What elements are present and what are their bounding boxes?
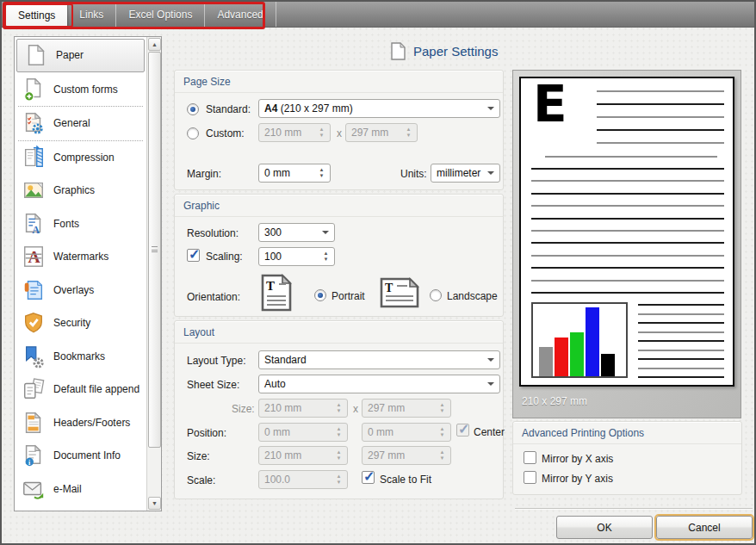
custom-height-value: 297 mm: [351, 127, 388, 139]
scaling-checkbox[interactable]: [187, 249, 200, 262]
custom-width-input: 210 mm ▲▼: [258, 123, 331, 142]
spinner-buttons: ▲▼: [333, 402, 347, 414]
sidebar-item-email[interactable]: e-Mail: [15, 473, 146, 506]
position-y-input: 0 mm ▲▼: [362, 423, 451, 442]
tab-links[interactable]: Links: [67, 2, 116, 27]
sidebar-item-overlays[interactable]: Overlays: [15, 274, 146, 307]
chevron-down-icon: [487, 171, 494, 175]
graphic-group: Graphic Resolution: 300 Scaling: 100 ▲▼ …: [174, 194, 504, 317]
sheet-width-value: 210 mm: [264, 402, 301, 414]
sidebar-item-security[interactable]: Security: [15, 307, 146, 340]
chevron-down-icon: [487, 107, 494, 110]
sheet-size-value: Auto: [264, 378, 286, 390]
tab-excel-options[interactable]: Excel Options: [116, 2, 205, 27]
sidebar-item-label: Compression: [53, 152, 115, 164]
sidebar-item-bookmarks[interactable]: Bookmarks: [15, 340, 146, 374]
page-size-group: Page Size Standard: A4 (210 x 297 mm) Cu…: [174, 70, 504, 190]
scrollbar-thumb[interactable]: [148, 52, 161, 448]
margin-input[interactable]: 0 mm ▲▼: [258, 164, 331, 183]
size-label: Size:: [187, 450, 210, 462]
spinner-buttons: ▲▼: [333, 474, 347, 486]
chart-bar: [539, 347, 553, 376]
layout-group-title: Layout: [175, 321, 503, 344]
page-size-group-title: Page Size: [175, 71, 503, 93]
sidebar-item-label: Document Info: [53, 449, 121, 461]
margin-value: 0 mm: [264, 167, 290, 179]
sidebar-item-watermarks[interactable]: A Watermarks: [15, 240, 146, 274]
landscape-label: Landscape: [447, 290, 498, 302]
tab-advanced-label: Advanced: [217, 9, 263, 21]
sidebar-item-compression[interactable]: Compression: [15, 141, 146, 175]
tab-bar: Settings Links Excel Options Advanced: [2, 2, 754, 28]
advanced-options-title: Advanced Printing Options: [513, 422, 741, 444]
sidebar-item-custom-forms[interactable]: Custom forms: [15, 73, 146, 107]
scale-to-fit-checkbox[interactable]: [362, 471, 375, 484]
document-info-icon: i: [22, 443, 46, 468]
sidebar-item-graphics[interactable]: Graphics: [15, 174, 146, 207]
units-label: Units:: [400, 168, 427, 180]
scroll-up-button[interactable]: ▲: [148, 38, 161, 51]
chart-bar: [586, 307, 599, 376]
resolution-dropdown[interactable]: 300: [258, 223, 335, 242]
standard-radio[interactable]: [187, 103, 199, 115]
spinner-buttons[interactable]: ▲▼: [316, 167, 330, 179]
mirror-x-checkbox[interactable]: [524, 451, 536, 464]
center-label: Center: [474, 426, 505, 438]
sidebar-item-general[interactable]: General: [15, 107, 146, 140]
mirror-y-label: Mirror by Y axis: [542, 473, 613, 485]
ok-button-label: OK: [597, 522, 611, 534]
orientation-label: Orientation:: [187, 291, 240, 303]
standard-label: Standard:: [206, 103, 251, 115]
custom-label: Custom:: [206, 127, 245, 139]
custom-radio[interactable]: [187, 127, 199, 139]
mirror-x-label: Mirror by X axis: [542, 453, 613, 465]
chart-bar: [555, 338, 568, 376]
sidebar-item-headers-footers[interactable]: Headers/Footers: [15, 406, 146, 440]
landscape-radio[interactable]: [430, 289, 442, 301]
standard-size-dropdown[interactable]: A4 (210 x 297 mm): [258, 99, 500, 118]
tab-advanced[interactable]: Advanced: [205, 2, 276, 27]
cancel-button[interactable]: Cancel: [656, 516, 753, 539]
scroll-down-button[interactable]: ▼: [148, 497, 161, 510]
sidebar-item-label: Watermarks: [53, 251, 108, 263]
bookmarks-icon: [22, 344, 46, 368]
tab-links-label: Links: [79, 9, 103, 21]
scale-input: 100.0 ▲▼: [258, 470, 348, 489]
page-preview: E 210 x 297 mm: [512, 70, 741, 418]
sidebar-item-document-info[interactable]: i Document Info: [15, 439, 146, 473]
chevron-down-icon: [487, 358, 494, 362]
category-sidebar: Paper Custom forms General Compression G…: [14, 36, 162, 511]
sheet-height-value: 297 mm: [368, 402, 405, 414]
sidebar-item-label: Fonts: [53, 218, 79, 230]
sidebar-scrollbar[interactable]: ▲ ▼: [146, 37, 161, 511]
scale-to-fit-label: Scale to Fit: [380, 474, 431, 486]
spinner-buttons: ▲▼: [437, 449, 450, 461]
size-height-value: 297 mm: [368, 449, 405, 461]
portrait-radio[interactable]: [314, 289, 326, 301]
svg-text:A: A: [28, 249, 40, 267]
sidebar-item-label: Custom forms: [53, 84, 118, 96]
standard-size-value-bold: A4: [264, 102, 277, 115]
resolution-value: 300: [264, 226, 282, 238]
mirror-y-checkbox[interactable]: [524, 471, 536, 484]
sheet-size-dropdown[interactable]: Auto: [258, 375, 500, 393]
scaling-input[interactable]: 100 ▲▼: [258, 247, 335, 266]
sidebar-item-default-file-append[interactable]: Default file append: [15, 373, 146, 406]
units-dropdown[interactable]: millimeter: [431, 164, 500, 183]
paper-settings-dialog: Settings Links Excel Options Advanced Pa…: [0, 0, 756, 545]
tab-settings[interactable]: Settings: [6, 3, 67, 27]
sidebar-item-fonts[interactable]: A Fonts: [15, 207, 146, 241]
sidebar-item-label: Bookmarks: [53, 350, 105, 362]
file-append-icon: [22, 377, 46, 401]
scaling-value: 100: [264, 251, 282, 263]
paper-settings-icon: [391, 42, 406, 60]
page-title-text: Paper Settings: [413, 44, 498, 59]
spinner-buttons[interactable]: ▲▼: [320, 251, 334, 263]
preview-text-lines: [638, 304, 724, 378]
layout-type-dropdown[interactable]: Standard: [258, 350, 500, 369]
sidebar-item-paper[interactable]: Paper: [16, 39, 145, 72]
landscape-icon: T: [380, 277, 419, 308]
ok-button[interactable]: OK: [556, 516, 653, 539]
spinner-buttons: ▲▼: [403, 127, 417, 139]
overlays-icon: [22, 278, 46, 302]
